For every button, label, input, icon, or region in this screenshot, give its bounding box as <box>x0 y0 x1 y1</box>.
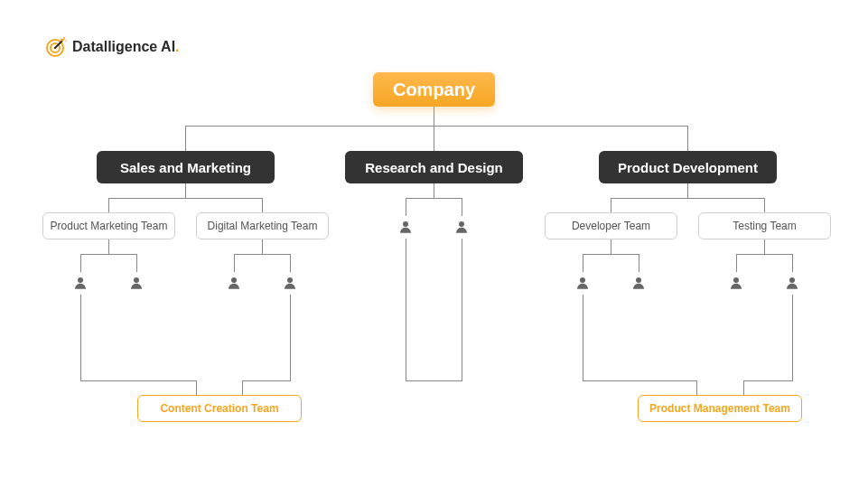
node-dept-sales: Sales and Marketing <box>97 151 275 183</box>
svg-point-3 <box>63 37 65 39</box>
connector <box>736 254 793 255</box>
connector <box>611 239 611 254</box>
connector <box>792 295 793 380</box>
svg-point-5 <box>78 277 83 283</box>
connector <box>262 239 263 254</box>
person-icon <box>397 219 414 235</box>
connector <box>687 183 688 198</box>
person-icon <box>226 275 242 291</box>
connector <box>792 254 793 272</box>
svg-point-4 <box>65 40 67 42</box>
brand-logo: Datalligence AI. <box>45 36 180 58</box>
connector <box>736 254 737 272</box>
person-icon <box>282 275 298 291</box>
connector <box>290 295 291 380</box>
connector <box>185 126 186 151</box>
connector <box>234 254 291 255</box>
connector <box>687 126 688 151</box>
brand-name: Datalligence AI. <box>72 39 180 55</box>
connector <box>434 126 434 151</box>
connector <box>611 198 765 199</box>
node-team-content-creation: Content Creation Team <box>137 395 302 422</box>
connector <box>434 183 434 198</box>
connector <box>743 380 744 395</box>
person-icon <box>574 275 591 291</box>
target-icon <box>45 36 67 58</box>
connector <box>196 380 197 395</box>
person-icon <box>784 275 800 291</box>
svg-point-7 <box>231 277 237 283</box>
node-dept-product: Product Development <box>599 151 777 183</box>
connector <box>80 254 81 272</box>
connector <box>434 106 434 126</box>
connector <box>80 380 196 381</box>
svg-point-6 <box>134 277 139 283</box>
node-team-testing: Testing Team <box>698 212 831 239</box>
connector <box>406 239 406 380</box>
connector <box>262 198 263 212</box>
person-icon <box>72 275 89 291</box>
connector <box>639 254 639 272</box>
connector <box>185 126 687 127</box>
connector <box>108 198 263 199</box>
node-team-product-management: Product Management Team <box>638 395 802 422</box>
svg-point-14 <box>789 277 795 283</box>
person-icon <box>453 219 470 235</box>
connector <box>583 295 583 380</box>
connector <box>611 198 611 212</box>
svg-point-11 <box>580 277 585 283</box>
connector <box>764 198 765 212</box>
connector <box>406 198 462 199</box>
connector <box>80 295 81 380</box>
connector <box>108 239 109 254</box>
svg-point-10 <box>459 221 464 227</box>
connector <box>743 380 793 381</box>
connector <box>290 254 291 272</box>
connector <box>462 198 462 216</box>
connector <box>242 380 291 381</box>
connector <box>583 254 639 255</box>
connector <box>136 254 137 272</box>
connector <box>242 380 243 395</box>
person-icon <box>728 275 744 291</box>
connector <box>185 183 186 198</box>
svg-point-9 <box>403 221 408 227</box>
svg-point-13 <box>733 277 739 283</box>
connector <box>108 198 109 212</box>
node-company: Company <box>373 72 495 107</box>
connector <box>583 254 583 272</box>
svg-point-12 <box>636 277 641 283</box>
person-icon <box>128 275 145 291</box>
connector <box>583 380 696 381</box>
connector <box>80 254 137 255</box>
connector <box>764 239 765 254</box>
connector <box>696 380 697 395</box>
person-icon <box>630 275 647 291</box>
node-dept-research: Research and Design <box>345 151 523 183</box>
connector <box>406 198 406 216</box>
node-team-developer: Developer Team <box>545 212 677 239</box>
connector <box>462 239 462 380</box>
connector <box>234 254 235 272</box>
svg-point-8 <box>287 277 293 283</box>
node-team-digital-marketing: Digital Marketing Team <box>196 212 329 239</box>
node-team-product-marketing: Product Marketing Team <box>42 212 175 239</box>
connector <box>406 380 462 381</box>
